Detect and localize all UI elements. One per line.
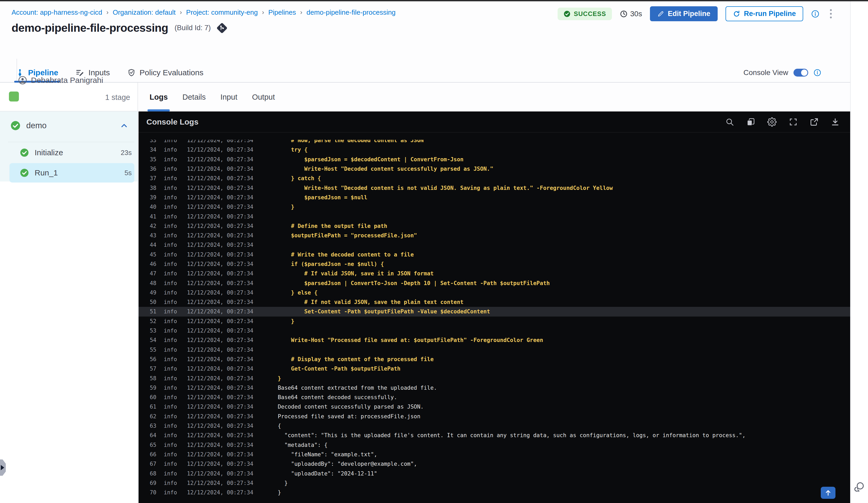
log-level: info bbox=[164, 185, 177, 191]
execution-status-cluster: SUCCESS 30s Edit Pipeline Re-run Pipelin… bbox=[558, 6, 834, 21]
execution-detail-panel: LogsDetailsInputOutput Console Logs 33in… bbox=[138, 83, 850, 503]
log-message: $outputFilePath = "processedFile.json" bbox=[278, 232, 417, 239]
breadcrumb-link[interactable]: Project: community-eng bbox=[186, 8, 258, 17]
log-line-69[interactable]: 69info12/12/2024, 00:27:34 } bbox=[138, 478, 850, 488]
log-line-58[interactable]: 58info12/12/2024, 00:27:34} bbox=[138, 374, 850, 383]
log-message: if ($parsedJson -ne $null) { bbox=[278, 261, 384, 267]
log-level: info bbox=[164, 423, 177, 429]
console-view-info-icon[interactable] bbox=[814, 69, 821, 76]
title-row: demo-pipeline-file-processing (Build Id:… bbox=[12, 21, 228, 34]
log-line-number: 35 bbox=[146, 156, 156, 163]
chevron-up-icon[interactable] bbox=[120, 121, 128, 130]
rerun-pipeline-button[interactable]: Re-run Pipeline bbox=[725, 6, 803, 21]
log-level: info bbox=[164, 270, 177, 277]
step-name: Initialize bbox=[35, 148, 115, 157]
log-line-51[interactable]: 51info12/12/2024, 00:27:34 Set-Content -… bbox=[138, 307, 850, 316]
log-level: info bbox=[164, 375, 177, 381]
log-line-65[interactable]: 65info12/12/2024, 00:27:34 "metadata": { bbox=[138, 440, 850, 450]
log-level: info bbox=[164, 147, 177, 153]
user-name: Debabrata Panigrahi bbox=[31, 76, 103, 85]
more-options-menu[interactable] bbox=[827, 8, 834, 20]
stage-row-demo[interactable]: demo bbox=[0, 120, 137, 132]
log-line-61[interactable]: 61info12/12/2024, 00:27:34Decoded conten… bbox=[138, 402, 850, 411]
log-line-number: 43 bbox=[146, 232, 156, 239]
log-timestamp: 12/12/2024, 00:27:34 bbox=[187, 290, 254, 296]
log-level: info bbox=[164, 280, 177, 286]
scroll-to-top-button[interactable] bbox=[821, 487, 836, 499]
log-line-63[interactable]: 63info12/12/2024, 00:27:34{ bbox=[138, 421, 850, 431]
breadcrumb-link[interactable]: Organization: default bbox=[113, 8, 176, 17]
log-timestamp: 12/12/2024, 00:27:34 bbox=[187, 385, 254, 391]
step-row-initialize[interactable]: Initialize23s bbox=[9, 144, 134, 161]
log-timestamp: 12/12/2024, 00:27:34 bbox=[187, 480, 254, 486]
log-scroll-area[interactable]: 33info12/12/2024, 00:27:34 # Now, parse … bbox=[138, 133, 850, 503]
log-line-42[interactable]: 42info12/12/2024, 00:27:34 # Define the … bbox=[138, 221, 850, 231]
log-line-62[interactable]: 62info12/12/2024, 00:27:34Processed file… bbox=[138, 412, 850, 421]
support-chat-icon[interactable] bbox=[853, 480, 866, 493]
step-name: Run_1 bbox=[35, 168, 119, 177]
log-line-48[interactable]: 48info12/12/2024, 00:27:34 $parsedJson |… bbox=[138, 278, 850, 288]
log-line-57[interactable]: 57info12/12/2024, 00:27:34 Get-Content -… bbox=[138, 364, 850, 374]
log-line-55[interactable]: 55info12/12/2024, 00:27:34 bbox=[138, 345, 850, 355]
log-tab-output[interactable]: Output bbox=[252, 83, 275, 112]
log-message: "uploadDate": "2024-12-11" bbox=[278, 471, 377, 477]
log-line-33[interactable]: 33info12/12/2024, 00:27:34 # Now, parse … bbox=[138, 136, 850, 145]
log-line-60[interactable]: 60info12/12/2024, 00:27:34Base64 content… bbox=[138, 392, 850, 402]
log-line-56[interactable]: 56info12/12/2024, 00:27:34 # Display the… bbox=[138, 355, 850, 364]
log-line-70[interactable]: 70info12/12/2024, 00:27:34} bbox=[138, 488, 850, 497]
log-line-59[interactable]: 59info12/12/2024, 00:27:34Base64 content… bbox=[138, 383, 850, 392]
settings-icon[interactable] bbox=[767, 117, 777, 127]
log-line-67[interactable]: 67info12/12/2024, 00:27:34 "uploadedBy":… bbox=[138, 459, 850, 469]
breadcrumb-link[interactable]: demo-pipeline-file-processing bbox=[307, 8, 396, 17]
log-timestamp: 12/12/2024, 00:27:34 bbox=[187, 166, 254, 172]
log-level: info bbox=[164, 156, 177, 163]
log-line-38[interactable]: 38info12/12/2024, 00:27:34 Write-Host "D… bbox=[138, 183, 850, 192]
log-line-number: 57 bbox=[146, 366, 156, 372]
log-line-37[interactable]: 37info12/12/2024, 00:27:34 } catch { bbox=[138, 174, 850, 183]
log-line-47[interactable]: 47info12/12/2024, 00:27:34 # If valid JS… bbox=[138, 269, 850, 278]
console-view-control: Console View bbox=[743, 63, 821, 82]
log-line-40[interactable]: 40info12/12/2024, 00:27:34 } bbox=[138, 202, 850, 212]
step-row-run_1[interactable]: Run_15s bbox=[9, 163, 134, 182]
fullscreen-icon[interactable] bbox=[789, 117, 798, 126]
edit-pipeline-button[interactable]: Edit Pipeline bbox=[650, 6, 717, 21]
download-icon[interactable] bbox=[831, 117, 840, 126]
log-line-34[interactable]: 34info12/12/2024, 00:27:34 try { bbox=[138, 145, 850, 155]
log-message: # Write the decoded content to a file bbox=[278, 251, 414, 258]
rerun-info-icon[interactable] bbox=[811, 10, 819, 18]
breadcrumb-link[interactable]: Pipelines bbox=[268, 8, 296, 17]
log-tab-details[interactable]: Details bbox=[182, 83, 206, 112]
log-line-44[interactable]: 44info12/12/2024, 00:27:34 bbox=[138, 240, 850, 250]
log-tab-input[interactable]: Input bbox=[220, 83, 237, 112]
log-line-54[interactable]: 54info12/12/2024, 00:27:34 Write-Host "P… bbox=[138, 335, 850, 345]
log-line-35[interactable]: 35info12/12/2024, 00:27:34 $parsedJson =… bbox=[138, 155, 850, 164]
log-level: info bbox=[164, 394, 177, 400]
log-line-number: 59 bbox=[146, 385, 156, 391]
success-check-icon bbox=[564, 10, 571, 18]
log-line-43[interactable]: 43info12/12/2024, 00:27:34 $outputFilePa… bbox=[138, 231, 850, 240]
log-line-46[interactable]: 46info12/12/2024, 00:27:34 if ($parsedJs… bbox=[138, 259, 850, 269]
log-line-36[interactable]: 36info12/12/2024, 00:27:34 Write-Host "D… bbox=[138, 164, 850, 174]
log-line-41[interactable]: 41info12/12/2024, 00:27:34 bbox=[138, 212, 850, 221]
log-line-49[interactable]: 49info12/12/2024, 00:27:34 } else { bbox=[138, 288, 850, 297]
open-in-new-icon[interactable] bbox=[810, 117, 819, 126]
tab-policy-evaluations[interactable]: Policy Evaluations bbox=[127, 63, 203, 82]
log-line-53[interactable]: 53info12/12/2024, 00:27:34 bbox=[138, 326, 850, 335]
log-line-50[interactable]: 50info12/12/2024, 00:27:34 # If not vali… bbox=[138, 297, 850, 307]
stage-minimap-square[interactable] bbox=[9, 92, 19, 102]
page-title: demo-pipeline-file-processing bbox=[12, 21, 168, 34]
log-line-number: 55 bbox=[146, 347, 156, 353]
search-icon[interactable] bbox=[725, 117, 734, 126]
log-line-45[interactable]: 45info12/12/2024, 00:27:34 # Write the d… bbox=[138, 250, 850, 259]
step-list: Initialize23sRun_15s bbox=[0, 144, 137, 182]
console-view-toggle[interactable] bbox=[794, 69, 808, 76]
log-line-52[interactable]: 52info12/12/2024, 00:27:34 } bbox=[138, 316, 850, 326]
log-line-68[interactable]: 68info12/12/2024, 00:27:34 "uploadDate":… bbox=[138, 469, 850, 478]
log-line-66[interactable]: 66info12/12/2024, 00:27:34 "fileName": "… bbox=[138, 450, 850, 459]
breadcrumb-link[interactable]: Account: app-harness-ng-cicd bbox=[12, 8, 102, 17]
copy-icon[interactable] bbox=[746, 117, 755, 126]
log-line-39[interactable]: 39info12/12/2024, 00:27:34 $parsedJson =… bbox=[138, 193, 850, 202]
log-line-number: 68 bbox=[146, 471, 156, 477]
log-tab-logs[interactable]: Logs bbox=[149, 83, 168, 112]
log-line-64[interactable]: 64info12/12/2024, 00:27:34 "content": "T… bbox=[138, 431, 850, 440]
